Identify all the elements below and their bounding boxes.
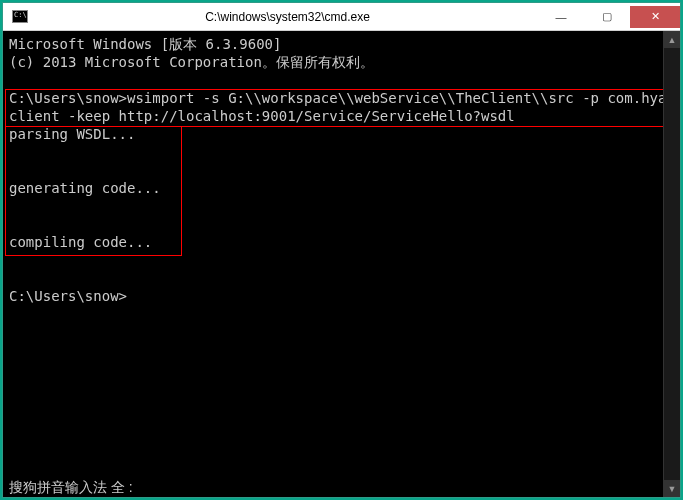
terminal-line: parsing WSDL... [9,125,657,143]
terminal-line [9,251,657,269]
window-controls: — ▢ ✕ [538,6,680,28]
terminal-line: generating code... [9,179,657,197]
close-button[interactable]: ✕ [630,6,680,28]
terminal-line [9,269,657,287]
title-bar[interactable]: C:\windows\system32\cmd.exe — ▢ ✕ [3,3,680,31]
terminal-line: compiling code... [9,233,657,251]
terminal-line [9,143,657,161]
maximize-button[interactable]: ▢ [584,6,630,28]
scroll-track[interactable] [664,48,680,480]
terminal-line [9,215,657,233]
cmd-window: C:\windows\system32\cmd.exe — ▢ ✕ Micros… [2,2,681,498]
terminal[interactable]: Microsoft Windows [版本 6.3.9600] (c) 2013… [3,31,663,497]
ime-status: 搜狗拼音输入法 全 : [3,477,663,497]
terminal-line [9,71,657,89]
terminal-line: C:\Users\snow> [9,287,657,305]
minimize-button[interactable]: — [538,6,584,28]
window-icon-area[interactable] [3,10,37,23]
scrollbar[interactable]: ▲ ▼ [663,31,680,497]
terminal-line: Microsoft Windows [版本 6.3.9600] [9,35,657,53]
terminal-line [9,197,657,215]
content-area: Microsoft Windows [版本 6.3.9600] (c) 2013… [3,31,680,497]
cmd-icon [12,10,28,23]
terminal-line: C:\Users\snow>wsimport -s G:\\workspace\… [9,89,657,107]
terminal-line [9,161,657,179]
terminal-line: client -keep http://localhost:9001/Servi… [9,107,657,125]
scroll-down-button[interactable]: ▼ [664,480,680,497]
scroll-up-button[interactable]: ▲ [664,31,680,48]
window-title: C:\windows\system32\cmd.exe [37,10,538,24]
terminal-line: (c) 2013 Microsoft Corporation。保留所有权利。 [9,53,657,71]
